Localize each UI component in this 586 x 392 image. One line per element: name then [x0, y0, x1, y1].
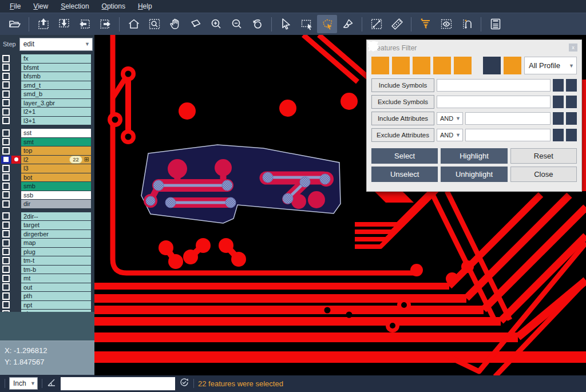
layer-name[interactable]: tm-t — [21, 256, 91, 265]
active-layer-indicator[interactable] — [11, 138, 21, 146]
layer-row-bot[interactable]: bot — [1, 173, 91, 182]
select-button[interactable]: Select — [371, 148, 438, 164]
select-cursor-icon[interactable] — [276, 15, 296, 33]
active-layer-indicator[interactable] — [11, 221, 21, 229]
open-file-icon[interactable] — [5, 15, 25, 33]
filter-pad-button[interactable] — [392, 57, 410, 74]
pick-attribute-add-icon[interactable] — [566, 129, 577, 141]
layer-row-dirgerber[interactable]: dirgerber — [1, 230, 91, 239]
layer-row-smd_t[interactable]: smd_t — [1, 81, 91, 90]
select-rectangle-icon[interactable] — [296, 15, 316, 33]
layer-visibility-checkbox[interactable] — [1, 221, 11, 229]
layer-row-l2[interactable]: l222⊞ — [1, 156, 91, 164]
layer-row-target[interactable]: target — [1, 221, 91, 229]
menu-selection[interactable]: Selection — [54, 0, 95, 13]
layer-name[interactable]: dir — [21, 200, 91, 208]
include-attributes-input[interactable] — [465, 112, 551, 125]
active-layer-indicator[interactable] — [11, 117, 21, 125]
layer-name[interactable]: smb — [21, 182, 91, 191]
layer-visibility-checkbox[interactable] — [1, 164, 11, 173]
layer-name[interactable]: plug — [21, 248, 91, 256]
include-attributes-button[interactable]: Include Attributes — [371, 112, 434, 125]
layer-name[interactable]: sst — [21, 129, 91, 137]
layer-name[interactable]: smd_b — [21, 90, 91, 98]
layer-name[interactable]: out — [21, 283, 91, 292]
layer-visibility-checkbox[interactable] — [1, 256, 11, 265]
layer-row-dir[interactable]: dir — [1, 200, 91, 208]
pick-attribute-icon[interactable] — [553, 129, 564, 141]
layer-visibility-checkbox[interactable] — [1, 117, 11, 125]
menu-view[interactable]: View — [27, 0, 54, 13]
active-layer-indicator[interactable] — [11, 72, 21, 81]
layer-visibility-checkbox[interactable] — [1, 230, 11, 239]
exclude-symbols-input[interactable] — [437, 96, 551, 108]
layer-name[interactable]: target — [21, 221, 91, 229]
layer-row-mt[interactable]: mt — [1, 274, 91, 283]
filter-text-button[interactable] — [454, 57, 472, 74]
exclude-attributes-and-select[interactable]: AND ▼ — [437, 129, 463, 141]
layer-name[interactable]: 2dir-- — [21, 212, 91, 221]
refresh-check-icon[interactable] — [179, 377, 189, 390]
layer-row-l3+1[interactable]: l3+1 — [1, 117, 91, 125]
layer-name[interactable]: smd_t — [21, 81, 91, 90]
layer-row-top[interactable]: top — [1, 146, 91, 155]
layer-visibility-checkbox[interactable] — [1, 266, 11, 274]
layer-name[interactable]: map — [21, 239, 91, 247]
layer-row-smt[interactable]: smt — [1, 138, 91, 146]
include-symbols-input[interactable] — [437, 79, 551, 92]
active-layer-indicator[interactable] — [11, 283, 21, 292]
active-layer-indicator[interactable] — [11, 182, 21, 191]
layer-visibility-checkbox[interactable] — [1, 81, 11, 90]
layer-row-tm-t[interactable]: tm-t — [1, 256, 91, 265]
step-select[interactable]: edit ▼ — [19, 38, 93, 51]
pick-symbol-icon[interactable] — [553, 79, 564, 92]
angle-mode-icon[interactable] — [46, 377, 57, 390]
layer-row-map[interactable]: map — [1, 239, 91, 247]
highlight-button[interactable]: Highlight — [441, 148, 507, 164]
pan-right-icon[interactable] — [95, 15, 115, 33]
pick-attribute-add-icon[interactable] — [566, 112, 577, 125]
layer-name[interactable]: l3+1 — [21, 117, 91, 125]
layer-row-smb[interactable]: smb — [1, 182, 91, 191]
layer-name[interactable]: tm-b — [21, 266, 91, 274]
active-layer-indicator[interactable] — [11, 248, 21, 256]
include-symbols-button[interactable]: Include Symbols — [371, 78, 434, 92]
layer-visibility-checkbox[interactable] — [1, 191, 11, 200]
layer-name[interactable]: fx — [21, 54, 91, 63]
unselect-button[interactable]: Unselect — [371, 167, 438, 182]
layer-visibility-checkbox[interactable] — [1, 283, 11, 292]
active-layer-indicator[interactable] — [11, 230, 21, 239]
active-layer-indicator[interactable] — [11, 90, 21, 98]
active-layer-indicator[interactable] — [11, 266, 21, 274]
layer-visibility-checkbox[interactable] — [1, 156, 11, 164]
active-layer-indicator[interactable] — [11, 164, 21, 173]
layer-row-npt[interactable]: npt — [1, 301, 91, 310]
include-attributes-and-select[interactable]: AND ▼ — [437, 112, 463, 125]
active-layer-indicator[interactable] — [11, 274, 21, 283]
pick-symbol-add-icon[interactable] — [566, 79, 577, 92]
layer-row-sst[interactable]: sst — [1, 129, 91, 137]
layer-name[interactable]: dirgerber — [21, 230, 91, 239]
active-layer-indicator[interactable] — [11, 173, 21, 182]
clear-brush-icon[interactable] — [338, 15, 358, 33]
pan-down-icon[interactable] — [54, 15, 74, 33]
layer-name[interactable]: top — [21, 146, 91, 155]
active-layer-indicator[interactable] — [11, 64, 21, 72]
layer-visibility-checkbox[interactable] — [1, 99, 11, 108]
home-view-icon[interactable] — [124, 15, 144, 33]
polarity-negative-button[interactable] — [504, 57, 521, 74]
active-layer-indicator[interactable] — [11, 292, 21, 300]
layer-row-layer_3.gbr[interactable]: layer_3.gbr — [1, 99, 91, 108]
active-layer-indicator[interactable] — [11, 99, 21, 108]
menu-file[interactable]: File — [3, 0, 27, 13]
command-input[interactable] — [61, 377, 175, 390]
polarity-positive-button[interactable] — [483, 57, 501, 74]
ruler-icon[interactable] — [387, 15, 407, 33]
close-icon[interactable]: x — [569, 43, 577, 52]
layer-row-bfsmt[interactable]: bfsmt — [1, 64, 91, 72]
unhighlight-button[interactable]: Unhighlight — [441, 167, 507, 182]
active-layer-indicator[interactable] — [11, 301, 21, 310]
active-layer-indicator[interactable] — [11, 129, 21, 137]
dialog-titlebar[interactable]: Features Filter x — [367, 40, 581, 54]
zoom-fit-icon[interactable] — [144, 15, 164, 33]
